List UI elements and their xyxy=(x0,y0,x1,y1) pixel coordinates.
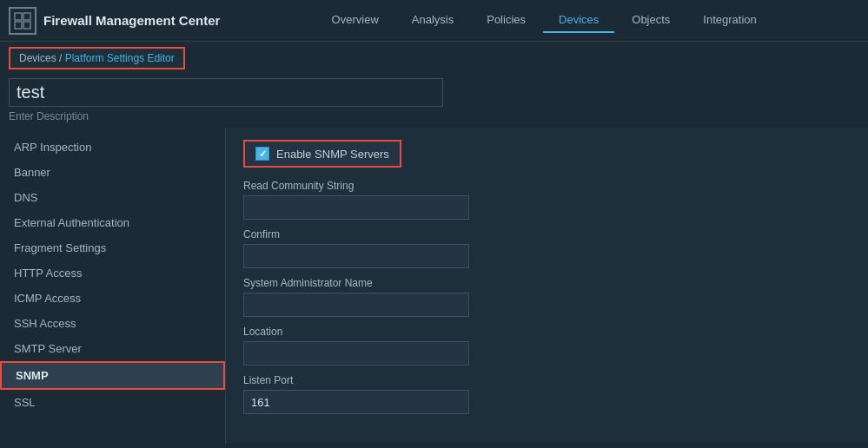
nav-overview[interactable]: Overview xyxy=(316,8,394,33)
snmp-content-panel: Enable SNMP Servers Read Community Strin… xyxy=(226,128,868,444)
top-navigation: Firewall Management Center Overview Anal… xyxy=(0,0,868,42)
sidebar-item-ssl[interactable]: SSL xyxy=(0,390,225,415)
sidebar-item-icmp-access[interactable]: ICMP Access xyxy=(0,286,225,311)
sidebar-item-smtp-server[interactable]: SMTP Server xyxy=(0,336,225,361)
confirm-input[interactable] xyxy=(243,244,469,268)
main-content: ARP Inspection Banner DNS External Authe… xyxy=(0,128,868,444)
read-community-group: Read Community String xyxy=(243,180,851,220)
svg-rect-2 xyxy=(15,22,22,29)
location-input[interactable] xyxy=(243,341,469,366)
breadcrumb-current[interactable]: Platform Settings Editor xyxy=(65,52,175,64)
sidebar-item-snmp[interactable]: SNMP xyxy=(0,361,225,390)
svg-rect-1 xyxy=(23,13,30,20)
nav-links: Overview Analysis Policies Devices Objec… xyxy=(220,8,868,33)
app-title: Firewall Management Center xyxy=(43,13,220,28)
title-area xyxy=(0,75,868,109)
sidebar-item-dns[interactable]: DNS xyxy=(0,185,225,210)
sidebar-item-arp-inspection[interactable]: ARP Inspection xyxy=(0,135,225,160)
sysadmin-label: System Administrator Name xyxy=(243,277,851,289)
logo-area: Firewall Management Center xyxy=(9,7,220,35)
listen-port-input[interactable] xyxy=(243,390,469,414)
nav-devices[interactable]: Devices xyxy=(543,8,614,33)
sidebar-item-ssh-access[interactable]: SSH Access xyxy=(0,311,225,336)
nav-policies[interactable]: Policies xyxy=(471,8,541,33)
sidebar-item-external-auth[interactable]: External Authentication xyxy=(0,210,225,235)
app-logo-icon xyxy=(9,7,36,35)
description-placeholder: Enter Description xyxy=(0,109,868,128)
location-label: Location xyxy=(243,326,851,338)
policy-title-input[interactable] xyxy=(9,78,443,107)
listen-port-group: Listen Port xyxy=(243,374,851,414)
enable-snmp-row: Enable SNMP Servers xyxy=(243,140,401,168)
sysadmin-group: System Administrator Name xyxy=(243,277,851,317)
breadcrumb: Devices / Platform Settings Editor xyxy=(9,47,185,69)
confirm-label: Confirm xyxy=(243,228,851,240)
sysadmin-input[interactable] xyxy=(243,293,469,317)
read-community-label: Read Community String xyxy=(243,180,851,192)
listen-port-label: Listen Port xyxy=(243,374,851,386)
confirm-group: Confirm xyxy=(243,228,851,268)
location-group: Location xyxy=(243,326,851,366)
breadcrumb-parent[interactable]: Devices xyxy=(19,52,56,64)
nav-analysis[interactable]: Analysis xyxy=(396,8,469,33)
enable-snmp-checkbox[interactable] xyxy=(255,147,269,161)
read-community-input[interactable] xyxy=(243,195,469,220)
sidebar-item-banner[interactable]: Banner xyxy=(0,160,225,185)
enable-snmp-label: Enable SNMP Servers xyxy=(276,148,389,161)
breadcrumb-separator: / xyxy=(59,52,65,64)
sidebar-item-http-access[interactable]: HTTP Access xyxy=(0,260,225,286)
sidebar-item-fragment-settings[interactable]: Fragment Settings xyxy=(0,235,225,260)
nav-integration[interactable]: Integration xyxy=(687,8,772,33)
nav-objects[interactable]: Objects xyxy=(616,8,686,33)
settings-sidebar: ARP Inspection Banner DNS External Authe… xyxy=(0,128,226,444)
svg-rect-0 xyxy=(15,13,22,20)
svg-rect-3 xyxy=(23,22,30,29)
